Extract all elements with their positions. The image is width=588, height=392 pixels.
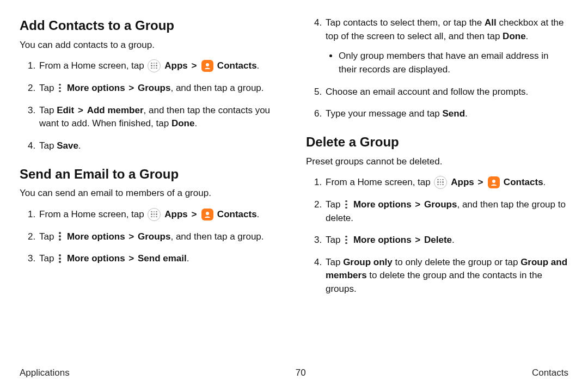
chevron-icon: > bbox=[414, 235, 421, 245]
step: Choose an email account and follow the p… bbox=[324, 85, 568, 99]
footer-page-number: 70 bbox=[296, 366, 306, 380]
step: Tap Group only to only delete the group … bbox=[324, 256, 568, 296]
contacts-icon bbox=[201, 60, 213, 72]
svg-point-1 bbox=[206, 212, 209, 215]
step: Tap More options > Groups, and then tap … bbox=[38, 230, 282, 244]
intro-add-contacts: You can add contacts to a group. bbox=[20, 39, 282, 52]
section-send-email: Send an Email to a Group You can send an… bbox=[20, 165, 282, 266]
substep: Only group members that have an email ad… bbox=[339, 50, 568, 76]
step: From a Home screen, tap Apps > Contacts. bbox=[324, 176, 568, 189]
page-footer: Applications 70 Contacts bbox=[20, 366, 568, 380]
contacts-icon bbox=[488, 176, 500, 188]
chevron-icon: > bbox=[77, 105, 84, 115]
more-options-icon bbox=[57, 254, 63, 264]
apps-icon bbox=[148, 208, 161, 221]
more-options-icon bbox=[57, 83, 63, 93]
svg-point-0 bbox=[206, 63, 209, 66]
chevron-icon: > bbox=[190, 60, 198, 71]
steps-send-email-a: From a Home screen, tap Apps > Contacts.… bbox=[20, 208, 282, 266]
chevron-icon: > bbox=[127, 83, 135, 93]
step: Type your message and tap Send. bbox=[324, 107, 568, 121]
steps-add-contacts: From a Home screen, tap Apps > Contacts.… bbox=[20, 59, 282, 152]
chevron-icon: > bbox=[127, 231, 135, 242]
step: From a Home screen, tap Apps > Contacts. bbox=[38, 208, 282, 222]
heading-add-contacts: Add Contacts to a Group bbox=[20, 16, 282, 35]
more-options-icon bbox=[57, 231, 63, 241]
svg-point-2 bbox=[492, 180, 495, 183]
section-send-email-cont: Tap contacts to select them, or tap the … bbox=[306, 16, 568, 121]
apps-icon bbox=[148, 59, 161, 72]
section-delete-group: Delete a Group Preset groups cannot be d… bbox=[306, 133, 568, 296]
chevron-icon: > bbox=[414, 199, 421, 210]
chevron-icon: > bbox=[190, 209, 198, 219]
heading-send-email: Send an Email to a Group bbox=[20, 165, 282, 184]
steps-send-email-b: Tap contacts to select them, or tap the … bbox=[306, 16, 568, 121]
step: From a Home screen, tap Apps > Contacts. bbox=[38, 59, 282, 73]
step: Tap More options > Delete. bbox=[324, 234, 568, 247]
intro-send-email: You can send an email to members of a gr… bbox=[20, 187, 282, 200]
contacts-icon bbox=[201, 209, 213, 220]
more-options-icon bbox=[343, 199, 350, 209]
apps-icon bbox=[434, 176, 447, 189]
step: Tap More options > Groups, and then tap … bbox=[38, 82, 282, 95]
heading-delete-group: Delete a Group bbox=[306, 133, 568, 152]
chevron-icon: > bbox=[476, 177, 484, 187]
substeps: Only group members that have an email ad… bbox=[326, 50, 568, 76]
step: Tap More options > Send email. bbox=[38, 252, 282, 266]
footer-left: Applications bbox=[20, 366, 70, 380]
manual-page: Add Contacts to a Group You can add cont… bbox=[0, 0, 588, 392]
chevron-icon: > bbox=[127, 253, 135, 264]
step: Tap Save. bbox=[38, 139, 282, 153]
footer-right: Contacts bbox=[532, 366, 568, 380]
content-columns: Add Contacts to a Group You can add cont… bbox=[20, 16, 568, 354]
step: Tap More options > Groups, and then tap … bbox=[324, 198, 568, 225]
steps-delete-group: From a Home screen, tap Apps > Contacts.… bbox=[306, 176, 568, 296]
intro-delete-group: Preset groups cannot be deleted. bbox=[306, 155, 568, 169]
step: Tap contacts to select them, or tap the … bbox=[324, 16, 568, 77]
step: Tap Edit > Add member, and then tap the … bbox=[38, 104, 282, 131]
more-options-icon bbox=[343, 235, 350, 245]
section-add-contacts: Add Contacts to a Group You can add cont… bbox=[20, 16, 282, 153]
